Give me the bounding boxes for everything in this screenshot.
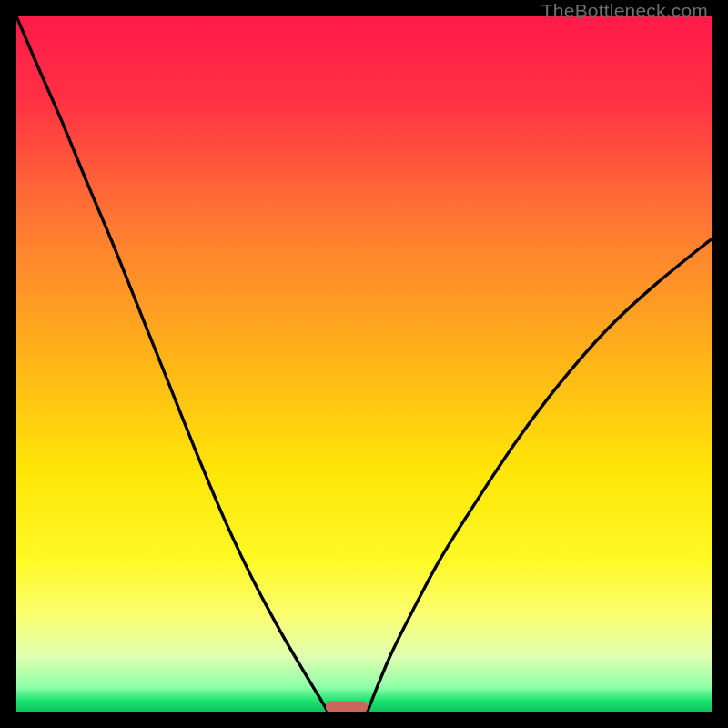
gradient-rect [16, 16, 712, 712]
bottleneck-chart [16, 16, 712, 712]
bottleneck-marker [326, 702, 368, 712]
chart-frame [16, 16, 712, 712]
watermark-text: TheBottleneck.com [541, 0, 708, 22]
